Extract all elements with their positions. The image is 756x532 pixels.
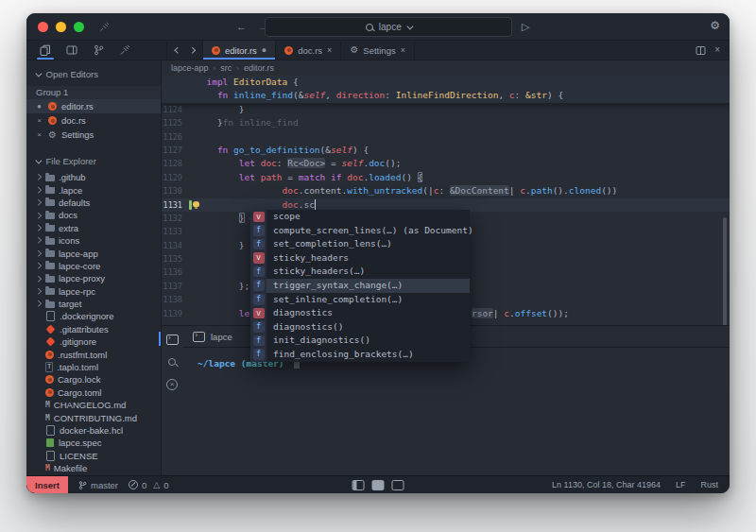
explorer-item-target[interactable]: target [26,298,161,310]
command-palette-input[interactable]: lapce [265,17,512,37]
completion-item[interactable]: vdiagnostics [250,306,470,320]
sticky-header-line[interactable]: impl EditorData { [162,76,730,89]
explorer-item-.taplo.toml[interactable]: T.taplo.toml [26,361,161,373]
explorer-item-.dockerignore[interactable]: .dockerignore [26,310,161,322]
explorer-item-docker-bake.hcl[interactable]: docker-bake.hcl [26,424,161,437]
git-branch-status[interactable]: master [78,480,118,490]
search-panel-button[interactable] [165,355,179,369]
explorer-item-Cargo.lock[interactable]: Cargo.lock [26,373,161,386]
close-tab-icon[interactable]: × [327,45,332,55]
toggle-right-panel-icon[interactable] [392,480,404,490]
explorer-item-icons[interactable]: icons [26,234,161,247]
debug-button[interactable] [112,41,138,60]
remote-connection-icon[interactable] [99,22,110,32]
explorer-item-LICENSE[interactable]: LICENSE [26,450,161,462]
lightbulb-icon[interactable] [193,201,199,207]
toggle-bottom-panel-icon[interactable] [372,480,385,490]
close-icon[interactable]: × [35,116,43,125]
completion-item[interactable]: vsticky_headers [250,251,470,266]
tab-doc.rs[interactable]: doc.rs× [276,41,341,60]
tab-editor.rs[interactable]: editor.rs● [202,41,276,60]
line-ending-status[interactable]: LF [676,480,686,489]
editor-mode-badge[interactable]: Insert [26,476,68,493]
completion-kind-badge: f [250,237,266,251]
code-line[interactable]: 1126 [162,130,730,144]
explorer-item-Cargo.toml[interactable]: Cargo.toml [26,386,161,399]
split-editor-icon[interactable] [696,45,706,56]
code-line[interactable]: 1125 }fn inline_find [162,116,730,129]
breadcrumb-item[interactable]: lapce-app [171,63,209,73]
explorer-item-defaults[interactable]: defaults [26,197,161,209]
explorer-item-.github[interactable]: .github [26,171,161,183]
breadcrumb-separator: › [214,64,216,73]
history-back-button[interactable]: ← [236,13,247,40]
open-editors-header[interactable]: Open Editors [26,60,161,84]
code-line[interactable]: 1128 let doc: Rc<Doc> = self.doc(); [162,157,730,170]
completion-item[interactable]: fsticky_headers(…) [250,265,470,279]
open-editor-item-Settings[interactable]: ×⚙Settings [26,128,161,142]
explorer-item-lapce-app[interactable]: lapce-app [26,247,161,259]
code-line[interactable]: 1129 let path = match if doc.loaded() { [162,171,730,184]
open-editor-item-doc.rs[interactable]: ×doc.rs [26,113,161,128]
explorer-item-.gitattributes[interactable]: .gitattributes [26,323,161,335]
minimize-window-button[interactable] [56,22,66,32]
source-control-button[interactable] [85,41,112,60]
open-editor-label: Settings [61,129,94,140]
completion-item[interactable]: fset_inline_completion(…) [250,293,470,307]
explorer-item-.rustfmt.toml[interactable]: .rustfmt.toml [26,348,161,360]
explorer-item-.lapce[interactable]: .lapce [26,183,161,196]
explorer-item-lapce-core[interactable]: lapce-core [26,260,161,272]
maximize-window-button[interactable] [74,22,84,32]
language-mode-status[interactable]: Rust [700,480,718,489]
tab-back-icon[interactable] [175,47,180,53]
close-window-button[interactable] [38,22,48,32]
completion-item[interactable]: vscope [250,210,470,224]
explorer-item-lapce-rpc[interactable]: lapce-rpc [26,285,161,298]
explorer-item-CHANGELOG.md[interactable]: MCHANGELOG.md [26,399,161,411]
breadcrumb-item[interactable]: src [220,63,232,73]
sidebar-panels-button[interactable] [59,41,85,60]
file-explorer-header[interactable]: File Explorer [26,147,161,171]
completion-item[interactable]: fcompute_screen_lines(…) (as Document) [250,224,470,238]
explorer-item-lapce-proxy[interactable]: lapce-proxy [26,272,161,284]
problems-panel-button[interactable]: × [165,378,179,391]
completion-item[interactable]: fdiagnostics() [250,320,470,335]
terminal-panel-button[interactable] [165,333,179,346]
explorer-item-Makefile[interactable]: MMakefile [26,462,161,474]
tab-Settings[interactable]: ⚙Settings× [341,41,415,60]
code-line[interactable]: 1130 doc.content.with_untracked(|c: &Doc… [162,184,730,197]
terminal-content[interactable]: ~/lapce (master) [182,348,730,479]
editor-scrollbar[interactable] [723,217,727,325]
explorer-item-lapce.spec[interactable]: lapce.spec [26,437,161,449]
tab-forward-icon[interactable] [189,47,195,53]
file-name: .dockerignore [60,311,114,321]
run-button[interactable]: ▷ [522,13,529,40]
completion-item[interactable]: ffind_enclosing_brackets(…) [250,348,470,362]
close-icon[interactable]: × [35,130,43,139]
explorer-item-.gitignore[interactable]: .gitignore [26,335,161,348]
code-line[interactable]: 1127 fn go_to_definition(&self) { [162,144,730,157]
completion-item[interactable]: ftrigger_syntax_change(…) [250,279,470,293]
explorer-item-extra[interactable]: extra [26,222,161,234]
completion-item[interactable]: finit_diagnostics() [250,334,470,348]
terminal-tab[interactable]: lapce [182,326,243,347]
sidebar-files-button[interactable] [32,41,59,60]
code-line[interactable]: 1124 } [162,103,730,116]
settings-gear-icon[interactable]: ⚙ [710,13,720,40]
completion-kind-badge: f [250,224,266,238]
explorer-item-CONTRIBUTING.md[interactable]: MCONTRIBUTING.md [26,411,161,423]
warning-count[interactable]: △ 0 [153,480,168,490]
sticky-header-line[interactable]: fn inline_find(&self, direction: InlineF… [162,89,730,102]
chevron-right-icon [35,289,42,294]
breadcrumb-item[interactable]: editor.rs [244,63,274,73]
open-editor-item-editor.rs[interactable]: ●editor.rs [26,99,161,113]
cursor-position-status[interactable]: Ln 1130, Col 18, Char 41964 [552,480,661,489]
error-count[interactable]: 0 [129,480,146,490]
close-tab-icon[interactable]: × [401,45,405,55]
close-editor-icon[interactable]: × [714,45,720,55]
toggle-left-panel-icon[interactable] [352,480,365,490]
folder-icon [45,175,55,181]
completion-item[interactable]: fset_completion_lens(…) [250,237,470,251]
explorer-item-docs[interactable]: docs [26,209,161,221]
branch-icon [94,44,104,56]
